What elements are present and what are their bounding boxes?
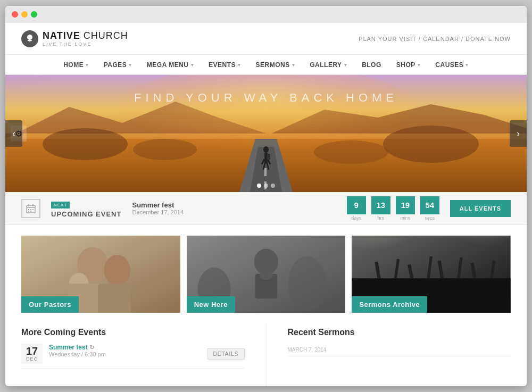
- header-nav-links[interactable]: PLAN YOUR VISIT / CALENDAR / DONATE NOW: [359, 36, 511, 42]
- vertical-divider: [266, 323, 267, 386]
- next-badge: NEXT: [51, 202, 70, 208]
- svg-rect-37: [98, 284, 131, 313]
- nav-item-shop[interactable]: SHOP ▾: [389, 55, 428, 75]
- chevron-down-icon: ▾: [344, 62, 347, 68]
- event-details: Summer fest ↻ Wednesday / 6:30 pm: [49, 344, 201, 357]
- our-pastors-card[interactable]: Our Pastors: [21, 236, 180, 313]
- events-bar: NEXT UPCOMING EVENT Summer fest December…: [5, 192, 527, 225]
- nav-item-events[interactable]: EVENTS ▾: [201, 55, 248, 75]
- sermon-item: MARCH 7, 2014: [288, 344, 511, 356]
- event-time: Wednesday / 6:30 pm: [49, 351, 201, 357]
- hero-banner: FIND YOUR WAY BACK HOME ⚙ ‹ ›: [5, 75, 527, 192]
- event-name: Summer fest: [132, 201, 336, 209]
- secs-label: secs: [425, 215, 435, 221]
- new-here-card[interactable]: New Here: [187, 236, 346, 313]
- hero-next-button[interactable]: ›: [510, 120, 527, 147]
- event-row: 17 DEC Summer fest ↻ Wednesday / 6:30 pm…: [21, 344, 245, 369]
- svg-rect-27: [28, 209, 29, 210]
- sermon-date: MARCH 7, 2014: [288, 347, 511, 353]
- main-navigation: HOME ▾ PAGES ▾ MEGA MENU ▾ EVENTS ▾ SERM…: [5, 55, 527, 75]
- nav-item-causes[interactable]: CAUSES ▾: [428, 55, 476, 75]
- count-secs: 54 secs: [420, 196, 439, 221]
- hero-dot-2[interactable]: [264, 184, 268, 188]
- days-label: days: [351, 215, 361, 221]
- sermons-archive-card[interactable]: Sermons Archive: [352, 236, 511, 313]
- new-here-label: New Here: [187, 296, 235, 313]
- refresh-icon: ↻: [89, 344, 94, 351]
- nav-list: HOME ▾ PAGES ▾ MEGA MENU ▾ EVENTS ▾ SERM…: [56, 55, 476, 75]
- upcoming-label: UPCOMING EVENT: [51, 210, 121, 218]
- minimize-dot[interactable]: [21, 11, 28, 18]
- hero-dot-3[interactable]: [271, 184, 275, 188]
- more-events-title: More Coming Events: [21, 323, 245, 337]
- hrs-label: hrs: [377, 215, 384, 221]
- svg-point-0: [27, 35, 32, 40]
- hero-dots: [257, 184, 275, 188]
- logo-tagline: LIVE THE LOVE: [43, 41, 128, 47]
- browser-window: NATIVE CHURCH LIVE THE LOVE PLAN YOUR VI…: [5, 6, 527, 386]
- hrs-number: 13: [371, 196, 390, 214]
- nav-item-home[interactable]: HOME ▾: [56, 55, 96, 75]
- svg-point-34: [104, 255, 130, 286]
- event-title[interactable]: Summer fest ↻: [49, 344, 201, 351]
- svg-rect-28: [30, 209, 31, 210]
- event-info: Summer fest December 17, 2014: [132, 201, 336, 215]
- countdown-timer: 9 days 13 hrs 19 mins 54 secs: [347, 196, 439, 221]
- logo[interactable]: NATIVE CHURCH LIVE THE LOVE: [21, 30, 128, 47]
- chevron-down-icon: ▾: [86, 62, 89, 68]
- logo-name: NATIVE CHURCH: [43, 30, 128, 41]
- chevron-left-icon: ‹: [12, 128, 15, 139]
- mins-number: 19: [396, 196, 415, 214]
- site-header: NATIVE CHURCH LIVE THE LOVE PLAN YOUR VI…: [5, 23, 527, 55]
- event-day-number: 17: [26, 346, 38, 356]
- calendar-icon: [21, 199, 40, 218]
- count-hrs: 13 hrs: [371, 196, 390, 221]
- chevron-down-icon: ▾: [292, 62, 295, 68]
- details-button[interactable]: DETAILS: [207, 348, 245, 360]
- svg-rect-26: [32, 204, 34, 206]
- chevron-down-icon: ▾: [129, 62, 132, 68]
- all-events-button[interactable]: ALL EVENTS: [450, 200, 511, 217]
- chevron-down-icon: ▾: [238, 62, 241, 68]
- recent-sermons-title: Recent Sermons: [288, 323, 511, 337]
- cards-section: Our Pastors: [5, 225, 527, 323]
- secs-number: 54: [420, 196, 439, 214]
- browser-content: NATIVE CHURCH LIVE THE LOVE PLAN YOUR VI…: [5, 23, 527, 386]
- svg-rect-30: [28, 211, 29, 212]
- days-number: 9: [347, 196, 366, 214]
- close-dot[interactable]: [12, 11, 18, 18]
- recent-sermons-section: Recent Sermons MARCH 7, 2014: [288, 323, 511, 386]
- chevron-down-icon: ▾: [466, 62, 469, 68]
- svg-rect-25: [28, 204, 29, 206]
- svg-point-44: [288, 256, 326, 311]
- chevron-right-icon: ›: [517, 128, 520, 139]
- nav-item-sermons[interactable]: SERMONS ▾: [248, 55, 303, 75]
- upcoming-event-label: NEXT UPCOMING EVENT: [51, 199, 121, 218]
- event-date: December 17, 2014: [132, 209, 336, 215]
- svg-rect-29: [32, 209, 34, 210]
- hero-prev-button[interactable]: ‹: [5, 120, 22, 147]
- svg-rect-31: [30, 211, 31, 212]
- hero-dot-1[interactable]: [257, 184, 261, 188]
- chevron-down-icon: ▾: [418, 62, 421, 68]
- nav-item-pages[interactable]: PAGES ▾: [96, 55, 139, 75]
- nav-item-gallery[interactable]: GALLERY ▾: [302, 55, 354, 75]
- chevron-down-icon: ▾: [191, 62, 194, 68]
- sermons-archive-label: Sermons Archive: [352, 296, 427, 313]
- nav-item-blog[interactable]: BLOG: [354, 55, 389, 75]
- maximize-dot[interactable]: [31, 11, 37, 18]
- logo-text: NATIVE CHURCH LIVE THE LOVE: [43, 30, 128, 47]
- bottom-section: More Coming Events 17 DEC Summer fest ↻ …: [5, 323, 527, 386]
- nav-item-mega-menu[interactable]: MEGA MENU ▾: [139, 55, 201, 75]
- our-pastors-label: Our Pastors: [21, 296, 79, 313]
- hero-heading: FIND YOUR WAY BACK HOME: [5, 91, 527, 105]
- count-mins: 19 mins: [396, 196, 415, 221]
- event-month-label: DEC: [26, 356, 38, 362]
- browser-chrome: [5, 6, 527, 23]
- count-days: 9 days: [347, 196, 366, 221]
- logo-icon: [21, 30, 38, 47]
- mins-label: mins: [400, 215, 410, 221]
- more-events-section: More Coming Events 17 DEC Summer fest ↻ …: [21, 323, 245, 386]
- event-date-block: 17 DEC: [21, 344, 43, 364]
